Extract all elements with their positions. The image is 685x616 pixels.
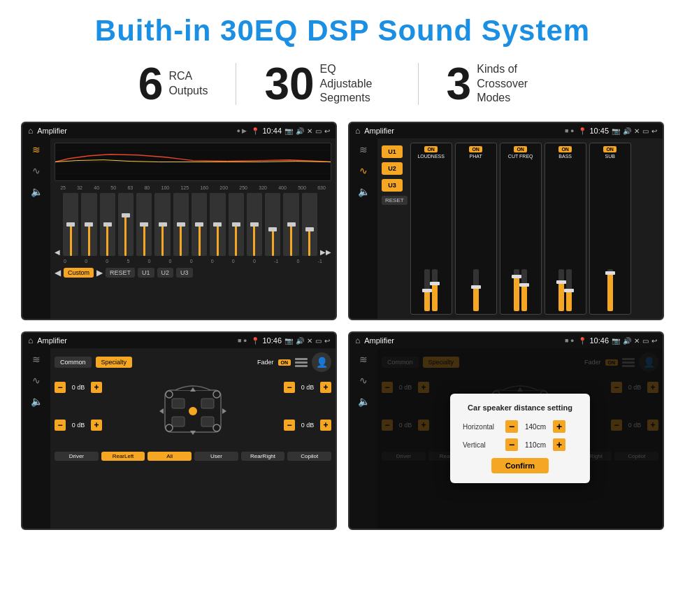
fader-back-icon[interactable]: ↩ <box>324 337 330 345</box>
fader-specialty-tab[interactable]: Specialty <box>96 357 133 368</box>
fader-user-btn[interactable]: User <box>194 452 238 461</box>
fader-db4-minus[interactable]: − <box>284 420 295 431</box>
crossover-u1-btn[interactable]: U1 <box>382 145 403 158</box>
eq-slider-13[interactable] <box>283 193 298 256</box>
crossover-bass-toggle[interactable]: ON <box>558 146 572 152</box>
eq-status-bar: ⌂ Amplifier ● ▶ 📍 10:44 📷 🔊 ✕ ▭ ↩ <box>22 123 336 138</box>
crossover-cutfreq-slider2[interactable] <box>521 269 527 311</box>
fader-copilot-btn[interactable]: Copilot <box>287 452 331 461</box>
crossover-u3-btn[interactable]: U3 <box>382 179 403 192</box>
crossover-bass-slider1[interactable] <box>558 269 564 311</box>
fader-tabs-row: Common Specialty Fader ON 👤 <box>55 352 331 372</box>
eq-time: 10:44 <box>262 127 282 135</box>
dialog-horizontal-plus[interactable]: + <box>553 420 565 433</box>
eq-play-prev[interactable]: ◀ <box>55 268 61 278</box>
fader-rearleft-btn[interactable]: RearLeft <box>101 452 145 461</box>
fader-db3-plus[interactable]: + <box>320 382 331 393</box>
crossover-u-buttons: U1 U2 U3 RESET <box>382 143 408 315</box>
eq-slider-9[interactable] <box>210 193 225 256</box>
fader-db4-value: 0 dB <box>298 422 317 429</box>
eq-sidebar-wave-icon[interactable]: ∿ <box>32 165 41 176</box>
fader-dialog-back-icon[interactable]: ↩ <box>651 337 657 345</box>
fader-db1-minus[interactable]: − <box>55 382 66 393</box>
fader-avatar-btn[interactable]: 👤 <box>312 352 331 372</box>
eq-back-icon[interactable]: ↩ <box>324 127 330 135</box>
eq-slider-4[interactable] <box>118 193 134 256</box>
crossover-sub-slider[interactable] <box>607 269 613 311</box>
fader-rearright-btn[interactable]: RearRight <box>241 452 285 461</box>
fader-db2-plus[interactable]: + <box>91 420 102 431</box>
crossover-sidebar-eq-icon[interactable]: ≋ <box>359 144 368 155</box>
eq-u3-btn[interactable]: U3 <box>176 268 193 278</box>
fader-dialog-sidebar-wave-icon[interactable]: ∿ <box>359 375 368 386</box>
eq-slider-2[interactable] <box>81 193 96 256</box>
fader-sidebar-speaker-icon[interactable]: 🔈 <box>31 396 43 407</box>
fader-dialog-status-icons: 📍 10:46 📷 🔊 ✕ ▭ ↩ <box>578 336 657 345</box>
eq-slider-1[interactable] <box>63 193 78 256</box>
crossover-phat-slider[interactable] <box>473 269 479 311</box>
eq-slider-10[interactable] <box>229 193 244 256</box>
eq-reset-btn[interactable]: RESET <box>106 268 135 278</box>
fader-time: 10:46 <box>262 336 282 345</box>
eq-slider-3[interactable] <box>100 193 115 256</box>
eq-slider-14[interactable] <box>302 193 317 256</box>
crossover-sub-toggle[interactable]: ON <box>603 146 616 152</box>
fader-dialog-sidebar-speaker-icon[interactable]: 🔈 <box>358 396 370 407</box>
eq-slider-7[interactable] <box>173 193 189 256</box>
eq-custom-btn[interactable]: Custom <box>64 268 94 278</box>
fader-all-btn[interactable]: All <box>147 452 192 461</box>
eq-sidebar-eq-icon[interactable]: ≋ <box>32 144 41 155</box>
fader-db3-minus[interactable]: − <box>284 382 295 393</box>
eq-slider-11[interactable] <box>247 193 262 256</box>
dialog-vertical-minus[interactable]: − <box>505 438 518 451</box>
dialog-horizontal-label: Horizontal <box>463 423 501 431</box>
crossover-cutfreq-slider1[interactable] <box>514 269 519 311</box>
crossover-loudness-toggle[interactable]: ON <box>424 146 438 152</box>
dialog-vertical-plus[interactable]: + <box>553 438 565 451</box>
crossover-back-icon[interactable]: ↩ <box>651 127 657 135</box>
eq-slider-6[interactable] <box>154 193 170 256</box>
fader-sidebar-wave-icon[interactable]: ∿ <box>32 375 41 386</box>
fader-db2-minus[interactable]: − <box>55 420 66 431</box>
eq-screen: ⌂ Amplifier ● ▶ 📍 10:44 📷 🔊 ✕ ▭ ↩ <box>22 123 336 319</box>
eq-play-next[interactable]: ▶ <box>96 268 103 278</box>
fader-common-tab[interactable]: Common <box>55 357 92 368</box>
eq-u2-btn[interactable]: U2 <box>157 268 174 278</box>
crossover-home-icon[interactable]: ⌂ <box>355 126 360 136</box>
crossover-reset-btn[interactable]: RESET <box>382 196 408 205</box>
dialog-title: Car speaker distance setting <box>463 403 577 412</box>
crossover-loudness-slider1[interactable] <box>424 269 430 311</box>
fader-db4-plus[interactable]: + <box>320 420 331 431</box>
crossover-bass-slider2[interactable] <box>566 269 572 311</box>
fader-sidebar-eq-icon[interactable]: ≋ <box>32 354 41 365</box>
dialog-confirm-button[interactable]: Confirm <box>491 458 549 473</box>
eq-slider-8[interactable] <box>192 193 207 256</box>
eq-rect-icon: ▭ <box>315 127 322 135</box>
eq-slider-5[interactable] <box>136 193 152 256</box>
eq-prev-btn[interactable]: ◀ <box>55 248 60 256</box>
crossover-location-icon: 📍 <box>578 127 586 135</box>
fader-dialog-home-icon[interactable]: ⌂ <box>355 336 360 345</box>
eq-next-btn[interactable]: ▶▶ <box>320 248 331 256</box>
eq-u1-btn[interactable]: U1 <box>138 268 154 278</box>
eq-values-row: 0005000000-10-1 <box>55 259 331 264</box>
eq-home-icon[interactable]: ⌂ <box>28 126 33 136</box>
dialog-horizontal-minus[interactable]: − <box>505 420 518 433</box>
crossover-phat-toggle[interactable]: ON <box>469 146 482 152</box>
crossover-u2-btn[interactable]: U2 <box>382 162 403 175</box>
crossover-cutfreq-toggle[interactable]: ON <box>514 146 527 152</box>
eq-sidebar-speaker-icon[interactable]: 🔈 <box>31 186 43 197</box>
crossover-vol-icon: 🔊 <box>623 127 631 135</box>
svg-marker-16 <box>222 408 226 414</box>
eq-slider-12[interactable] <box>265 193 280 256</box>
fader-on-toggle[interactable]: ON <box>278 359 291 366</box>
crossover-loudness-slider2[interactable] <box>432 269 438 311</box>
fader-db1-plus[interactable]: + <box>91 382 102 393</box>
fader-driver-btn[interactable]: Driver <box>55 452 99 461</box>
fader-home-icon[interactable]: ⌂ <box>28 336 33 345</box>
crossover-sidebar-speaker-icon[interactable]: 🔈 <box>358 186 370 197</box>
fader-dialog-sidebar-eq-icon[interactable]: ≋ <box>359 354 368 365</box>
crossover-cutfreq-sliders <box>514 162 527 311</box>
crossover-sidebar-wave-icon[interactable]: ∿ <box>359 165 368 176</box>
car-diagram-container <box>108 376 278 449</box>
